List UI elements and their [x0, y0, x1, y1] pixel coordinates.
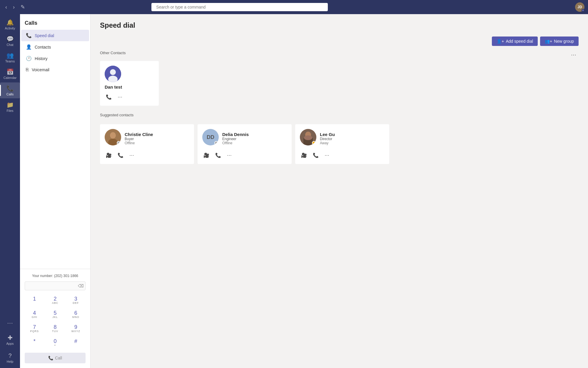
lee-actions: 🎥 📞 ⋯ [300, 151, 385, 159]
new-group-icon: 👥+ [545, 39, 552, 44]
sidebar-item-teams[interactable]: 👥 Teams [0, 49, 20, 65]
lee-call-button[interactable]: 📞 [312, 151, 320, 159]
sidebar-item-label: Help [7, 360, 14, 363]
contact-card-christie: Christie Cline Buyer Offline 🎥 📞 ⋯ [100, 124, 194, 164]
christie-name: Christie Cline [125, 132, 153, 137]
suggested-contacts-list: Christie Cline Buyer Offline 🎥 📞 ⋯ [100, 124, 579, 164]
dan-avatar-svg [105, 66, 121, 82]
sidebar-item-label: Activity [5, 26, 15, 30]
sidebar-item-chat[interactable]: 💬 Chat [0, 33, 20, 49]
nav-item-label: Contacts [35, 45, 51, 49]
dialpad: 1 2 ABC 3 DEF 4 GHI 5 JKL [25, 294, 86, 349]
dialpad-section: Your number: (202) 301-1866 ⌫ 1 2 ABC 3 … [20, 269, 90, 368]
sidebar-item-calls[interactable]: 📞 Calls [0, 82, 20, 98]
dan-call-button[interactable]: 📞 [105, 93, 113, 101]
other-contacts-label: Other Contacts [100, 51, 126, 55]
dialpad-key-1[interactable]: 1 [25, 294, 44, 307]
svg-point-4 [110, 132, 116, 139]
dialpad-key-star[interactable]: * [25, 336, 44, 349]
topbar: ‹ › ✎ JD [0, 0, 588, 14]
dialpad-key-7[interactable]: 7 PQRS [25, 322, 44, 335]
contact-card-delia: DD Delia Dennis Engineer Offline 🎥 📞 ⋯ [198, 124, 292, 164]
sidebar-item-calendar[interactable]: 📅 Calendar [0, 66, 20, 82]
dialpad-key-hash[interactable]: # [66, 336, 86, 349]
christie-video-button[interactable]: 🎥 [105, 151, 113, 159]
nav-item-contacts[interactable]: 👤 Contacts [21, 41, 89, 53]
lee-name: Lee Gu [320, 132, 335, 137]
more-icon: ⋯ [7, 319, 13, 326]
voicemail-icon: ⎘ [26, 67, 29, 72]
nav-item-history[interactable]: 🕐 History [21, 53, 89, 64]
svg-point-1 [110, 69, 116, 75]
avatar-initials: JD [577, 5, 582, 9]
contact-name-dan: Dan test [105, 84, 122, 89]
contacts-icon: 👤 [26, 44, 32, 50]
other-contacts-section: Other Contacts ⋯ Dan test [100, 51, 579, 106]
sidebar: 🔔 Activity 💬 Chat 👥 Teams 📅 Calendar 📞 C… [0, 14, 20, 368]
sidebar-item-activity[interactable]: 🔔 Activity [0, 16, 20, 32]
suggested-contacts-label: Suggested contacts [100, 113, 133, 117]
lee-status: Away [320, 141, 335, 145]
lee-info: Lee Gu Director Away [320, 132, 335, 145]
nav-item-label: History [35, 56, 48, 61]
back-button[interactable]: ‹ [4, 3, 9, 11]
your-number: Your number: (202) 301-1866 [25, 274, 86, 278]
add-speed-dial-button[interactable]: 👤+ Add speed dial [492, 37, 538, 46]
sidebar-item-apps[interactable]: ✚ Apps [0, 332, 20, 348]
search-input[interactable] [151, 3, 328, 11]
dialpad-key-5[interactable]: 5 JKL [45, 308, 65, 321]
contact-top: Dan test [105, 66, 154, 89]
dialpad-key-9[interactable]: 9 WXYZ [66, 322, 86, 335]
forward-button[interactable]: › [11, 3, 16, 11]
nav-item-voicemail[interactable]: ⎘ Voicemail [21, 64, 89, 75]
page-title: Speed dial [100, 21, 579, 29]
lee-more-button[interactable]: ⋯ [323, 151, 330, 159]
dialpad-input-wrapper: ⌫ [25, 281, 86, 290]
compose-button[interactable]: ✎ [19, 3, 27, 11]
christie-call-button[interactable]: 📞 [116, 151, 125, 159]
nav-item-speed-dial[interactable]: 📞 Speed dial [21, 30, 89, 41]
delia-video-button[interactable]: 🎥 [202, 151, 211, 159]
new-group-button[interactable]: 👥+ New group [540, 37, 579, 46]
christie-card-header: Christie Cline Buyer Offline [105, 129, 189, 148]
chat-icon: 💬 [6, 35, 14, 42]
dialpad-key-6[interactable]: 6 MNO [66, 308, 86, 321]
lee-status-indicator [312, 141, 316, 145]
christie-actions: 🎥 📞 ⋯ [105, 151, 189, 159]
contact-avatar-dan [105, 66, 121, 82]
call-button[interactable]: 📞 Call [25, 353, 86, 363]
delia-more-button[interactable]: ⋯ [226, 151, 233, 159]
dialpad-key-0[interactable]: 0 + [45, 336, 65, 349]
dialpad-clear-button[interactable]: ⌫ [78, 284, 84, 288]
dialpad-key-4[interactable]: 4 GHI [25, 308, 44, 321]
calls-icon: 📞 [6, 85, 14, 92]
new-group-label: New group [554, 39, 574, 44]
nav-item-label: Voicemail [32, 67, 49, 72]
contact-avatar-lee [300, 129, 316, 145]
sidebar-item-label: Apps [6, 342, 14, 345]
sidebar-item-help[interactable]: ? Help [0, 350, 20, 366]
calls-title: Calls [20, 14, 90, 30]
dialpad-key-3[interactable]: 3 DEF [66, 294, 86, 307]
avatar[interactable]: JD [575, 2, 584, 12]
delia-call-button[interactable]: 📞 [214, 151, 222, 159]
activity-icon: 🔔 [6, 19, 14, 26]
dialpad-input[interactable] [25, 281, 86, 290]
contact-actions-dan: 📞 ⋯ [105, 93, 154, 101]
dan-more-button[interactable]: ⋯ [116, 93, 123, 101]
sidebar-item-label: Teams [5, 59, 15, 63]
dialpad-key-2[interactable]: 2 ABC [45, 294, 65, 307]
other-contacts-more-button[interactable]: ⋯ [569, 51, 579, 59]
sidebar-item-label: Chat [6, 43, 13, 47]
sidebar-item-more[interactable]: ⋯ [0, 317, 20, 329]
delia-info: Delia Dennis Engineer Offline [222, 132, 249, 145]
sidebar-item-files[interactable]: 📁 Files [0, 99, 20, 115]
christie-role: Buyer [125, 137, 153, 141]
contact-avatar-christie [105, 129, 121, 145]
dialpad-key-8[interactable]: 8 TUV [45, 322, 65, 335]
contact-card-lee: Lee Gu Director Away 🎥 📞 ⋯ [295, 124, 389, 164]
delia-role: Engineer [222, 137, 249, 141]
action-buttons: 👤+ Add speed dial 👥+ New group [100, 37, 579, 46]
christie-more-button[interactable]: ⋯ [128, 151, 135, 159]
lee-video-button[interactable]: 🎥 [300, 151, 308, 159]
